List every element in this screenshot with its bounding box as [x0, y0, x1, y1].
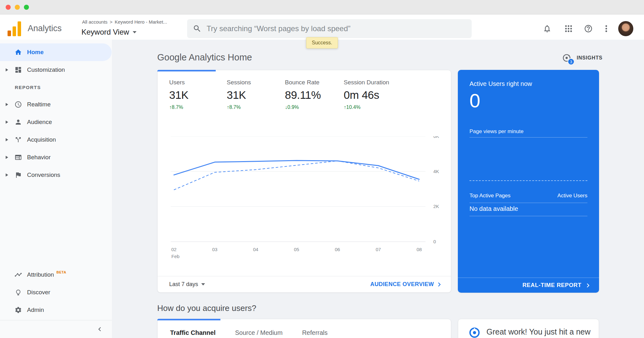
empty-sparkline-baseline [469, 180, 587, 181]
audience-overview-label: AUDIENCE OVERVIEW [370, 281, 434, 288]
svg-text:03: 03 [212, 247, 218, 252]
audience-overview-link[interactable]: AUDIENCE OVERVIEW [370, 280, 444, 289]
delta-value: 8.7% [172, 104, 183, 110]
overview-chart: 02K4K6K02Feb030405060708 [168, 136, 444, 262]
more-options-button[interactable] [599, 21, 614, 36]
user-avatar[interactable] [618, 21, 633, 36]
sidebar-item-conversions[interactable]: Conversions [0, 166, 112, 184]
apps-grid-button[interactable] [561, 21, 576, 36]
view-selector-label: Keyword View [81, 28, 129, 37]
logo-bar [8, 31, 11, 36]
insights-icon: 3 [562, 53, 572, 63]
notifications-button[interactable] [540, 21, 555, 36]
delta-arrow-icon: ↑ [227, 104, 229, 110]
metric-value: 0m 46s [344, 89, 389, 101]
search-input[interactable] [207, 24, 466, 33]
dropdown-caret-icon [201, 283, 205, 285]
metric-tab-session-duration[interactable]: Session Duration 0m 46s ↑10.4% [344, 79, 389, 110]
sidebar-item-discover[interactable]: Discover [0, 284, 112, 301]
divider [469, 203, 587, 203]
app-header: Analytics All accounts > Keyword Hero - … [0, 14, 644, 40]
delta-arrow-icon: ↑ [169, 104, 172, 110]
metric-tab-sessions[interactable]: Sessions 31K ↑8.7% [227, 79, 251, 110]
real-time-report-label: REAL-TIME REPORT [522, 282, 581, 289]
sidebar-item-home[interactable]: Home [0, 43, 112, 61]
sidebar-item-label: Acquisition [27, 136, 56, 143]
tab-traffic-channel[interactable]: Traffic Channel [170, 329, 215, 336]
overview-card-footer: Last 7 days AUDIENCE OVERVIEW [158, 276, 451, 292]
pageviews-per-minute-label: Page views per minute [469, 128, 524, 135]
metric-tab-users[interactable]: Users 31K ↑8.7% [169, 79, 188, 110]
sidebar-item-attribution[interactable]: Attribution BETA [0, 266, 112, 284]
realtime-table-header: Top Active Pages Active Users [469, 193, 587, 199]
real-time-report-link[interactable]: REAL-TIME REPORT [458, 278, 599, 293]
top-active-pages-label: Top Active Pages [469, 193, 510, 199]
svg-text:06: 06 [335, 247, 340, 252]
apps-grid-icon [564, 24, 573, 33]
sidebar-item-audience[interactable]: Audience [0, 113, 112, 131]
acquisition-tabs: Traffic Channel Source / Medium Referral… [170, 329, 328, 336]
beta-badge: BETA [57, 270, 66, 274]
sidebar-item-admin[interactable]: Admin [0, 301, 112, 319]
close-window-button[interactable] [6, 5, 11, 10]
sidebar-item-label: Conversions [27, 172, 60, 178]
metric-delta: ↓0.9% [285, 104, 321, 110]
date-range-selector[interactable]: Last 7 days [169, 281, 205, 288]
breadcrumb-all-accounts[interactable]: All accounts [82, 19, 108, 25]
page-title: Google Analytics Home [157, 52, 252, 63]
expand-caret-icon [6, 138, 14, 141]
tab-source-medium[interactable]: Source / Medium [235, 329, 282, 336]
zoom-window-button[interactable] [24, 5, 29, 10]
breadcrumb-account[interactable]: Keyword Hero - Market... [115, 19, 167, 25]
macos-titlebar [0, 0, 644, 14]
expand-caret-icon [6, 68, 14, 71]
help-button[interactable] [581, 21, 596, 36]
sidebar-item-behavior[interactable]: Behavior [0, 149, 112, 166]
active-tab-indicator [157, 70, 216, 71]
sidebar-item-customization[interactable]: Customization [0, 61, 112, 79]
metric-delta: ↑8.7% [169, 104, 188, 110]
minimize-window-button[interactable] [15, 5, 20, 10]
acquisition-icon [14, 136, 22, 144]
delta-arrow-icon: ↓ [285, 104, 287, 110]
more-vert-icon [602, 24, 611, 33]
sidebar-item-label: Behavior [27, 154, 51, 161]
insights-button[interactable]: 3 INSIGHTS [562, 51, 602, 65]
chevron-right-icon [584, 281, 592, 290]
metric-value: 31K [169, 89, 188, 101]
attribution-icon [14, 271, 22, 279]
sidebar-bottom-group: Attribution BETA Discover Admin [0, 266, 112, 319]
overview-card: Users 31K ↑8.7% Sessions 31K ↑8.7% Bounc… [157, 70, 451, 293]
expand-caret-icon [6, 156, 14, 159]
metric-tab-bounce-rate[interactable]: Bounce Rate 89.11% ↓0.9% [285, 79, 321, 110]
realtime-card: Active Users right now 0 Page views per … [458, 70, 599, 293]
svg-text:Feb: Feb [171, 254, 180, 259]
insights-badge: 3 [568, 58, 575, 65]
help-icon [584, 24, 593, 33]
no-data-message: No data available [469, 205, 518, 212]
active-users-count: 0 [469, 89, 480, 112]
dropdown-caret-icon [133, 31, 136, 33]
collapse-sidebar-button[interactable] [0, 320, 112, 338]
sidebar: Home Customization REPORTS Realtime Audi… [0, 40, 112, 338]
analytics-logo[interactable] [8, 21, 21, 36]
metric-value: 89.11% [285, 89, 321, 101]
metric-label: Users [169, 79, 188, 86]
account-view-selector[interactable]: Keyword View [81, 28, 136, 37]
divider [469, 216, 587, 216]
sidebar-item-label: Admin [27, 307, 44, 313]
sidebar-item-label: Customization [27, 66, 65, 73]
sidebar-item-realtime[interactable]: Realtime [0, 96, 112, 113]
tab-referrals[interactable]: Referrals [302, 329, 328, 336]
sidebar-item-label: Discover [27, 289, 50, 296]
delta-value: 0.9% [287, 104, 299, 110]
expand-caret-icon [6, 173, 14, 177]
sidebar-item-acquisition[interactable]: Acquisition [0, 131, 112, 149]
metric-delta: ↑10.4% [344, 104, 389, 110]
metric-value: 31K [227, 89, 251, 101]
flag-icon [14, 171, 22, 179]
milestone-message: Great work! You just hit a new [486, 326, 591, 337]
expand-caret-icon [6, 121, 14, 124]
svg-text:04: 04 [253, 247, 258, 252]
metric-delta: ↑8.7% [227, 104, 251, 110]
